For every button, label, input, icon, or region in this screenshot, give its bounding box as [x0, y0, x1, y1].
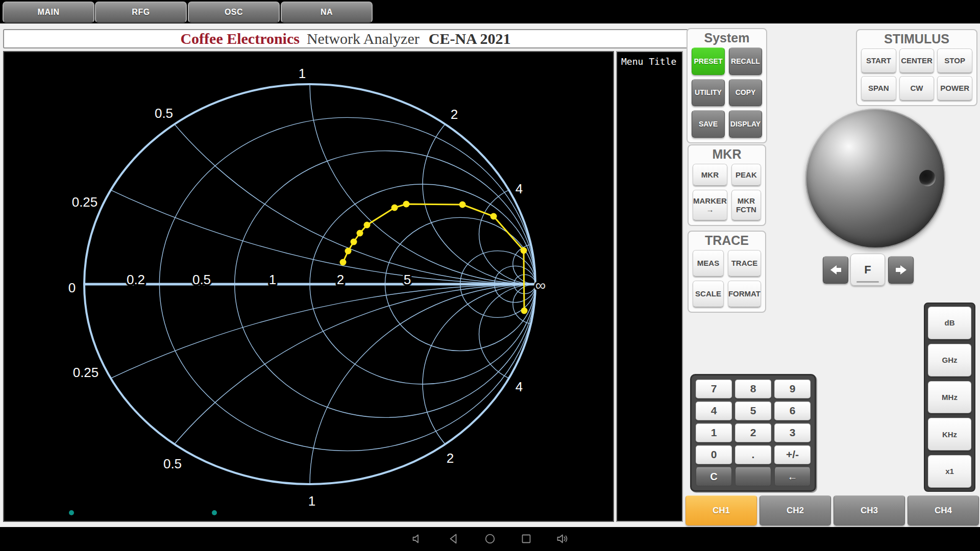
system-panel: System PRESET RECALL UTILITY COPY SAVE D… [687, 28, 767, 143]
home-icon[interactable] [483, 532, 497, 545]
center-button[interactable]: CENTER [899, 48, 935, 73]
span-button[interactable]: SPAN [861, 76, 896, 101]
svg-text:0: 0 [68, 280, 76, 295]
back-icon[interactable] [447, 532, 460, 545]
f-key-underline [856, 281, 879, 283]
tab-osc[interactable]: OSC [188, 2, 280, 23]
f-key-label: F [864, 263, 871, 277]
right-arrow-icon [896, 265, 906, 274]
key-1[interactable]: 1 [696, 423, 732, 442]
numeric-keypad: 7 8 9 4 5 6 1 2 3 0 . +/- C ← [690, 374, 816, 492]
mkr-fctn-button[interactable]: MKR FCTN [731, 190, 761, 220]
scale-button[interactable]: SCALE [693, 281, 724, 307]
system-buttons: PRESET RECALL UTILITY COPY SAVE DISPLAY [688, 46, 766, 142]
step-up-button[interactable] [888, 256, 914, 284]
svg-text:0.5: 0.5 [192, 272, 211, 287]
preset-button[interactable]: PRESET [692, 47, 725, 75]
menu-panel: Menu Title [616, 51, 683, 522]
trace-heading: TRACE [689, 232, 765, 249]
channel-1-button[interactable]: CH1 [685, 495, 757, 525]
status-indicator-dots [69, 510, 217, 515]
khz-unit-key[interactable]: KHz [928, 418, 971, 450]
key-9[interactable]: 9 [774, 380, 811, 398]
trace-button[interactable]: TRACE [728, 250, 761, 277]
start-button[interactable]: START [861, 48, 896, 73]
meas-button[interactable]: MEAS [693, 250, 724, 277]
ghz-unit-key[interactable]: GHz [928, 344, 971, 377]
key-plusminus[interactable]: +/- [774, 445, 811, 464]
channel-4-button[interactable]: CH4 [908, 495, 979, 525]
marker-to-button[interactable]: MARKER → [693, 190, 727, 220]
svg-text:0.25: 0.25 [73, 365, 99, 380]
mkr-buttons: MKR PEAK MARKER → MKR FCTN [689, 163, 765, 225]
left-arrow-icon [830, 265, 841, 274]
stimulus-panel: STIMULUS START CENTER STOP SPAN CW POWER [856, 29, 977, 106]
power-button[interactable]: POWER [937, 76, 972, 101]
title-bar: Coffee Electronics Network Analyzer CE-N… [3, 29, 688, 48]
system-heading: System [688, 29, 766, 46]
format-button[interactable]: FORMAT [728, 281, 761, 307]
menu-title: Menu Title [616, 51, 683, 67]
volume-up-icon[interactable] [556, 532, 569, 545]
x1-unit-key[interactable]: x1 [928, 455, 971, 488]
recents-icon[interactable] [520, 532, 533, 545]
tab-rfg[interactable]: RFG [95, 2, 187, 23]
svg-text:1: 1 [269, 272, 276, 287]
svg-text:1: 1 [308, 493, 315, 509]
key-clear[interactable]: C [696, 467, 732, 486]
reactance-arcs [3, 51, 614, 522]
display-button[interactable]: DISPLAY [729, 110, 762, 138]
db-unit-key[interactable]: dB [928, 307, 971, 339]
key-8[interactable]: 8 [735, 380, 771, 398]
key-4[interactable]: 4 [696, 402, 732, 420]
nav-icons [411, 532, 569, 545]
key-blank[interactable] [735, 467, 771, 486]
mhz-unit-key[interactable]: MHz [928, 381, 971, 414]
key-3[interactable]: 3 [774, 423, 811, 442]
stop-button[interactable]: STOP [937, 48, 972, 73]
svg-text:0.5: 0.5 [163, 456, 182, 471]
utility-button[interactable]: UTILITY [692, 79, 725, 107]
smith-grid [3, 51, 614, 522]
key-6[interactable]: 6 [774, 402, 811, 420]
svg-text:2: 2 [447, 450, 454, 466]
copy-button[interactable]: COPY [729, 79, 762, 107]
cw-button[interactable]: CW [899, 76, 935, 101]
mkr-button[interactable]: MKR [693, 164, 727, 186]
stimulus-buttons: START CENTER STOP SPAN CW POWER [857, 47, 976, 105]
f-key-button[interactable]: F [850, 254, 885, 286]
recall-button[interactable]: RECALL [729, 47, 762, 75]
step-down-button[interactable] [823, 256, 848, 284]
key-2[interactable]: 2 [735, 423, 771, 442]
stimulus-heading: STIMULUS [857, 30, 976, 47]
key-decimal[interactable]: . [735, 445, 771, 464]
svg-text:4: 4 [516, 181, 523, 196]
svg-text:1: 1 [299, 66, 306, 81]
save-button[interactable]: SAVE [692, 110, 725, 138]
svg-text:0.2: 0.2 [127, 272, 145, 287]
key-backspace[interactable]: ← [774, 467, 811, 486]
key-7[interactable]: 7 [696, 380, 732, 398]
model-number: CE-NA 2021 [429, 30, 511, 47]
smith-chart-panel: 10.520.2540.2540.52100.20.5125∞ [3, 51, 614, 522]
svg-text:0.25: 0.25 [72, 194, 98, 210]
channel-3-button[interactable]: CH3 [834, 495, 905, 525]
key-5[interactable]: 5 [735, 402, 771, 420]
svg-text:0.5: 0.5 [155, 106, 173, 121]
channel-2-button[interactable]: CH2 [760, 495, 831, 525]
tab-main[interactable]: MAIN [3, 2, 94, 23]
svg-text:2: 2 [337, 272, 344, 287]
knob-dimple [919, 170, 936, 186]
smith-chart: 10.520.2540.2540.52100.20.5125∞ [3, 51, 614, 522]
trace-buttons: MEAS TRACE SCALE FORMAT [689, 249, 765, 312]
key-0[interactable]: 0 [696, 445, 732, 464]
unit-key-column: dB GHz MHz KHz x1 [924, 303, 975, 492]
volume-down-icon[interactable] [411, 532, 424, 545]
instrument-screen: MAIN RFG OSC NA Coffee Electronics Netwo… [0, 0, 980, 551]
rotary-knob[interactable] [805, 109, 945, 248]
tab-na[interactable]: NA [281, 2, 373, 23]
mkr-panel: MKR MKR PEAK MARKER → MKR FCTN [688, 144, 766, 226]
svg-text:4: 4 [516, 379, 523, 394]
peak-button[interactable]: PEAK [731, 164, 761, 186]
svg-text:∞: ∞ [535, 277, 546, 293]
